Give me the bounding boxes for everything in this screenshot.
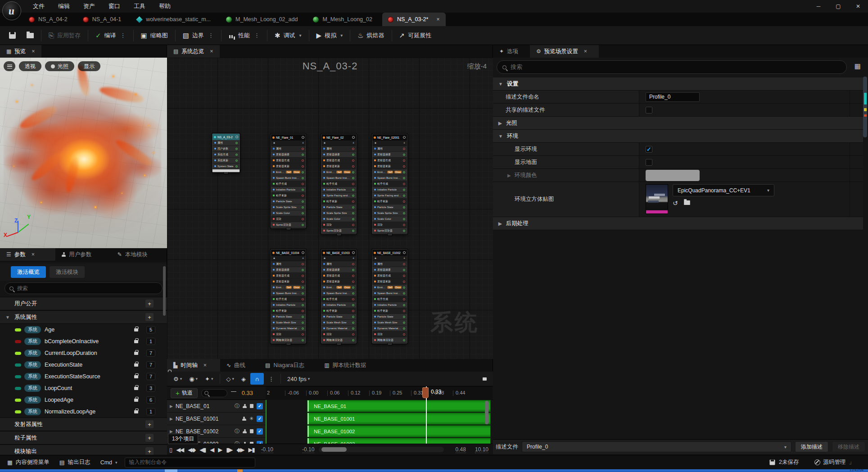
node-stage-row[interactable]: 粒子生成: [271, 296, 306, 302]
view-end-value[interactable]: 0.48: [456, 446, 466, 453]
node-module-row[interactable]: 用户参数: [212, 146, 240, 152]
info-icon[interactable]: ⓘ: [235, 403, 240, 409]
node-stage-row[interactable]: 发射器生成: [372, 158, 407, 163]
add-profile-button[interactable]: 添加描述: [795, 441, 828, 452]
plus-icon[interactable]: +: [353, 257, 354, 260]
node-module-row[interactable]: 发射器摘要: [271, 267, 306, 273]
tab-preview[interactable]: ▦ 预览 ×: [0, 45, 41, 58]
caret-right-icon[interactable]: ▶: [170, 404, 173, 408]
node-stage-row[interactable]: 粒子生成: [271, 181, 306, 187]
node-module-row[interactable]: Particle State: [372, 314, 407, 320]
box-icon[interactable]: [250, 429, 253, 433]
node-module-row[interactable]: Emitter StateSelfOnce: [372, 285, 407, 290]
node-stage-row[interactable]: 粒子生成: [321, 181, 356, 187]
source-control-button[interactable]: 源码管理」: [812, 458, 858, 466]
node-stage-row[interactable]: 粒子生成: [372, 181, 407, 187]
emitter-node-NE_BASE_01004[interactable]: NE_BASE_01004 ✦+ 属性发射器摘要发射器生成发射器更新Emitte…: [271, 249, 306, 344]
node-stage-row[interactable]: 发射器生成: [372, 273, 407, 279]
node-module-row[interactable]: Particle State: [271, 199, 306, 204]
person-icon[interactable]: [242, 417, 246, 421]
shared-profile-checkbox[interactable]: [646, 107, 652, 113]
environment-color-swatch[interactable]: [646, 170, 700, 181]
section-environment[interactable]: ▼环境: [493, 130, 863, 143]
toolbar-scalability-button[interactable]: ↗可延展性: [394, 26, 437, 45]
asset-tab-NS_A_04-1[interactable]: NS_A_04-1: [77, 13, 131, 26]
emitter-node-NE_BASE_01003[interactable]: NE_BASE_01003 ✦+ 属性发射器摘要发射器生成发射器更新Emitte…: [321, 249, 357, 344]
node-module-row[interactable]: Initialize Particle: [321, 187, 356, 193]
track-bar-NE_BASE_01002[interactable]: NE_BASE_01002: [307, 425, 491, 437]
node-renderer-row[interactable]: 网格体渲染器: [271, 337, 306, 343]
node-module-row[interactable]: Spawn Burst Instantaneous: [372, 290, 407, 296]
node-module-row[interactable]: Emitter StateSelfOnce: [271, 285, 306, 290]
close-icon[interactable]: ×: [436, 16, 439, 23]
node-module-row[interactable]: 发射器摘要: [321, 152, 356, 158]
kebab-menu-icon[interactable]: ⋮: [208, 32, 214, 39]
node-stage-row[interactable]: 粒子更新: [271, 308, 306, 314]
param-section-系统属性[interactable]: ▼ 系统属性 +: [0, 310, 167, 324]
scrollbar-thumb[interactable]: [321, 447, 347, 452]
keyframe-options-button[interactable]: ◇▾: [224, 373, 237, 385]
playback-end-value[interactable]: 10.10: [475, 446, 488, 453]
fps-dropdown[interactable]: 240 fps▾: [285, 373, 312, 385]
isolate-icon[interactable]: [352, 251, 355, 254]
param-section-用户公开[interactable]: 用户公开 +: [0, 297, 167, 310]
node-module-row[interactable]: Spawn Burst Instantaneous: [321, 290, 356, 296]
node-stage-row[interactable]: 粒子生成: [372, 296, 407, 302]
isolate-icon[interactable]: [302, 136, 304, 139]
track-enabled-checkbox[interactable]: ✓: [257, 416, 263, 422]
asset-tab-wolverinebase_static_m...[interactable]: wolverinebase_static_m...: [131, 13, 221, 26]
node-stage-row[interactable]: 粒子更新: [372, 308, 407, 314]
node-module-row[interactable]: Initialize Particle: [321, 302, 356, 308]
toolbar-baker-button[interactable]: ♨烘焙器: [352, 26, 389, 45]
isolate-icon[interactable]: [235, 136, 238, 138]
details-view-options-icon[interactable]: ▦: [854, 62, 861, 70]
info-icon[interactable]: ⓘ: [235, 428, 240, 435]
isolate-icon[interactable]: [352, 136, 355, 139]
preview-viewport[interactable]: 透视 光照 显示 X Y Z: [0, 58, 167, 248]
isolate-icon[interactable]: [302, 251, 304, 254]
param-row-LoopCount[interactable]: 系统 LoopCount 3: [0, 382, 167, 394]
cmd-dropdown[interactable]: Cmd▾: [98, 459, 120, 466]
node-module-row[interactable]: Dynamic Material Parameters: [321, 326, 356, 331]
track-bar-NE_BASE_01001[interactable]: NE_BASE_01001: [307, 413, 491, 425]
param-section-粒子属性[interactable]: 粒子属性 +: [0, 431, 167, 445]
node-module-row[interactable]: 系统生成: [212, 152, 240, 158]
timeline-view-button[interactable]: ◉▾: [186, 373, 200, 385]
node-module-row[interactable]: Particle State: [271, 314, 306, 320]
node-module-row[interactable]: Spawn Burst Instantaneous: [321, 175, 356, 181]
step-back-button[interactable]: ◀▮: [197, 446, 208, 453]
viewport-perspective-button[interactable]: 透视: [19, 61, 41, 71]
tab-Niagara日志[interactable]: ▤ Niagara日志: [259, 359, 318, 372]
track-row-NE_BASE_01001[interactable]: ▶ NE_BASE_01001 ✳ ✓: [167, 413, 266, 425]
emitter-node-NE_Flare_02001[interactable]: NE_Flare_02001 ✦+ 属性发射器摘要发射器生成发射器更新Emitt…: [372, 134, 407, 234]
tab-选项[interactable]: ✦ 选项: [493, 45, 530, 58]
toolbar-compile-button[interactable]: ✓编译 ⋮: [90, 26, 131, 45]
node-resize-nub[interactable]: [286, 343, 291, 345]
box-icon[interactable]: [250, 404, 253, 408]
track-bar-NE_BASE_01[interactable]: NE_BASE_01: [307, 400, 491, 412]
node-module-row[interactable]: Scale Sprite Size: [271, 204, 306, 210]
close-button[interactable]: ✕: [848, 0, 868, 13]
plus-icon[interactable]: +: [302, 257, 304, 260]
node-stage-row[interactable]: 发射器生成: [271, 273, 306, 279]
plus-icon[interactable]: +: [302, 141, 304, 145]
node-properties-row[interactable]: 属性: [271, 261, 306, 267]
node-module-row[interactable]: Emitter StateSelfOnce: [271, 169, 306, 175]
param-section-模块输出[interactable]: 模块输出 +: [0, 445, 167, 455]
view-start-value[interactable]: -0.10: [302, 446, 314, 453]
next-key-button[interactable]: ◆▶: [234, 446, 246, 453]
playhead-marker[interactable]: [422, 387, 429, 398]
toolbar-save-button[interactable]: [4, 26, 21, 45]
menu-窗口[interactable]: 窗口: [102, 0, 127, 13]
node-module-row[interactable]: 系统更新: [212, 158, 240, 163]
node-resize-nub[interactable]: [336, 343, 342, 345]
tab-脚本统计数据[interactable]: ▥ 脚本统计数据: [318, 359, 380, 372]
node-renderer-row[interactable]: Sprite渲染器: [271, 222, 306, 228]
node-module-row[interactable]: Dynamic Material Parameters: [271, 326, 306, 331]
node-module-row[interactable]: 发射器摘要: [372, 152, 407, 158]
node-module-row[interactable]: Scale Color: [372, 216, 407, 222]
timeline-options-button[interactable]: ⚙▾: [171, 373, 185, 385]
timeline-vertical-scrollbar[interactable]: [485, 401, 488, 424]
track-enabled-checkbox[interactable]: ✓: [257, 428, 263, 435]
node-stage-row[interactable]: 渲染: [372, 222, 407, 228]
